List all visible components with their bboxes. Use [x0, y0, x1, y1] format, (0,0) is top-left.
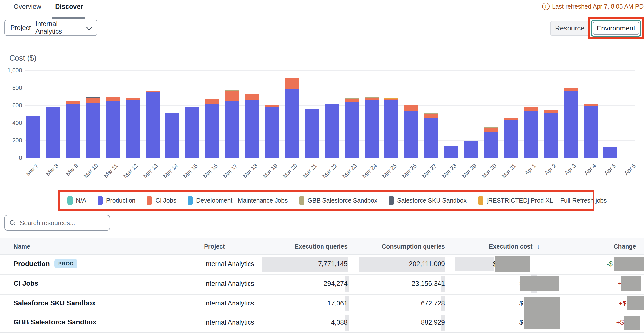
- bar-segment-mar-18[interactable]: [245, 100, 259, 158]
- bar-segment-apr-3[interactable]: [564, 88, 578, 88]
- execution-queries-cell: 294,274: [324, 280, 348, 287]
- col-header-execution-cost[interactable]: Execution cost ↓: [489, 243, 540, 250]
- bar-segment-mar-7[interactable]: [26, 116, 40, 158]
- col-header-project[interactable]: Project: [204, 243, 225, 250]
- bar-segment-mar-25[interactable]: [384, 100, 398, 158]
- bar-segment-mar-10[interactable]: [86, 97, 100, 98]
- x-axis-tick-label: Mar 25: [381, 162, 398, 180]
- bar-segment-mar-26[interactable]: [404, 105, 418, 111]
- x-axis-tick-label: Mar 18: [242, 162, 259, 180]
- bar-segment-apr-4[interactable]: [584, 106, 598, 158]
- bar-segment-mar-30[interactable]: [484, 132, 498, 158]
- bar-segment-mar-19[interactable]: [265, 105, 279, 105]
- resource-name[interactable]: GBB Salesforce Sandbox: [14, 318, 96, 326]
- bar-segment-mar-11[interactable]: [106, 97, 120, 101]
- col-header-change[interactable]: Change: [614, 243, 636, 250]
- bar-segment-mar-17[interactable]: [225, 90, 239, 91]
- redacted-change-value: [627, 296, 644, 310]
- legend-label: GBB Salesforce Sandbox: [308, 197, 377, 204]
- bar-segment-mar-8[interactable]: [46, 108, 60, 158]
- usage-dashboard: Overview Discover ! Last refreshed Apr 7…: [0, 0, 644, 335]
- bar-segment-mar-27[interactable]: [424, 114, 438, 118]
- search-input[interactable]: [20, 219, 105, 227]
- bar-segment-apr-4[interactable]: [584, 104, 598, 106]
- x-axis-tick-label: Mar 29: [461, 162, 478, 180]
- col-header-consumption-queries[interactable]: Consumption queries: [382, 243, 445, 250]
- project-filter-dropdown[interactable]: Project Internal Analytics: [4, 20, 97, 36]
- bar-segment-mar-15[interactable]: [185, 107, 199, 158]
- bar-segment-mar-23[interactable]: [344, 99, 358, 102]
- bar-segment-mar-25[interactable]: [384, 99, 398, 99]
- bar-segment-mar-23[interactable]: [344, 102, 358, 158]
- bar-segment-mar-31[interactable]: [504, 118, 518, 120]
- bar-segment-mar-25[interactable]: [384, 98, 398, 99]
- resource-toggle-button[interactable]: Resource: [550, 21, 590, 36]
- col-header-name[interactable]: Name: [14, 243, 30, 250]
- legend-item-n-a[interactable]: N/A: [67, 196, 86, 205]
- bar-segment-mar-17[interactable]: [225, 91, 239, 102]
- resource-name[interactable]: Salesforce SKU Sandbox: [14, 299, 96, 307]
- y-axis-tick-label: 1,000: [0, 67, 22, 74]
- bar-segment-mar-9[interactable]: [66, 101, 80, 101]
- bar-segment-mar-17[interactable]: [225, 101, 239, 158]
- bar-segment-mar-9[interactable]: [66, 101, 80, 104]
- bar-segment-mar-27[interactable]: [424, 113, 438, 114]
- x-axis-tick-label: Mar 13: [142, 162, 159, 180]
- bar-segment-mar-22[interactable]: [325, 104, 339, 158]
- legend-item-gbb-salesforce-sandbox[interactable]: GBB Salesforce Sandbox: [299, 196, 377, 205]
- bar-segment-mar-12[interactable]: [126, 98, 140, 98]
- search-box[interactable]: [4, 215, 110, 231]
- legend-item-ci-jobs[interactable]: CI Jobs: [147, 196, 176, 205]
- bar-segment-mar-29[interactable]: [464, 141, 478, 158]
- legend-item--restricted-prod-xl-full-refresh-jobs[interactable]: [RESTRICTED] Prod XL -- Full-Refresh job…: [478, 196, 607, 205]
- bar-segment-mar-14[interactable]: [166, 113, 180, 158]
- bar-segment-mar-10[interactable]: [86, 103, 100, 158]
- legend-item-development-maintenance-jobs[interactable]: Development - Maintenance Jobs: [188, 196, 288, 205]
- bar-segment-apr-1[interactable]: [524, 107, 538, 111]
- tab-discover[interactable]: Discover: [55, 3, 83, 11]
- bar-segment-mar-18[interactable]: [245, 94, 259, 100]
- bar-segment-apr-2[interactable]: [544, 110, 558, 113]
- environment-toggle-button[interactable]: Environment: [593, 22, 639, 35]
- bar-segment-mar-19[interactable]: [265, 105, 279, 107]
- bar-segment-mar-9[interactable]: [66, 104, 80, 158]
- bar-segment-mar-24[interactable]: [364, 97, 378, 98]
- col-header-execution-queries[interactable]: Execution queries: [295, 243, 348, 250]
- bar-segment-mar-19[interactable]: [265, 107, 279, 158]
- redacted-cost-value: [524, 297, 560, 329]
- legend-item-production[interactable]: Production: [98, 196, 136, 205]
- bar-segment-mar-31[interactable]: [504, 120, 518, 158]
- bar-segment-apr-2[interactable]: [544, 113, 558, 158]
- tab-overview[interactable]: Overview: [14, 3, 41, 11]
- bar-segment-mar-30[interactable]: [484, 127, 498, 128]
- bar-segment-mar-12[interactable]: [126, 98, 140, 100]
- bar-segment-mar-21[interactable]: [305, 109, 319, 158]
- bar-segment-mar-12[interactable]: [126, 100, 140, 158]
- resource-name[interactable]: CI Jobs: [14, 279, 38, 287]
- bar-segment-mar-13[interactable]: [146, 93, 160, 158]
- bar-segment-apr-1[interactable]: [524, 111, 538, 158]
- bar-segment-mar-27[interactable]: [424, 118, 438, 158]
- bar-segment-mar-24[interactable]: [364, 100, 378, 158]
- bar-segment-mar-11[interactable]: [106, 101, 120, 158]
- bar-segment-mar-30[interactable]: [484, 128, 498, 132]
- bar-segment-apr-3[interactable]: [564, 88, 578, 91]
- bar-segment-mar-20[interactable]: [285, 89, 299, 158]
- legend-item-salesforce-sku-sandbox[interactable]: Salesforce SKU Sandbox: [388, 196, 466, 205]
- bar-segment-mar-16[interactable]: [205, 104, 219, 158]
- bar-segment-mar-28[interactable]: [444, 146, 458, 158]
- consumption-queries-cell: 882,929: [421, 319, 445, 326]
- bar-segment-mar-13[interactable]: [146, 91, 160, 93]
- prod-badge: PROD: [54, 259, 78, 268]
- bar-segment-mar-31[interactable]: [504, 118, 518, 118]
- bar-segment-mar-16[interactable]: [205, 99, 219, 104]
- bar-segment-apr-3[interactable]: [564, 91, 578, 158]
- bar-segment-mar-20[interactable]: [285, 79, 299, 89]
- bar-segment-mar-24[interactable]: [364, 98, 378, 100]
- bar-segment-mar-23[interactable]: [344, 98, 358, 99]
- bar-segment-mar-10[interactable]: [86, 98, 100, 103]
- bar-segment-mar-26[interactable]: [404, 105, 418, 105]
- bar-segment-mar-26[interactable]: [404, 111, 418, 158]
- bar-segment-apr-5[interactable]: [604, 147, 618, 158]
- resource-name[interactable]: ProductionPROD: [14, 260, 78, 269]
